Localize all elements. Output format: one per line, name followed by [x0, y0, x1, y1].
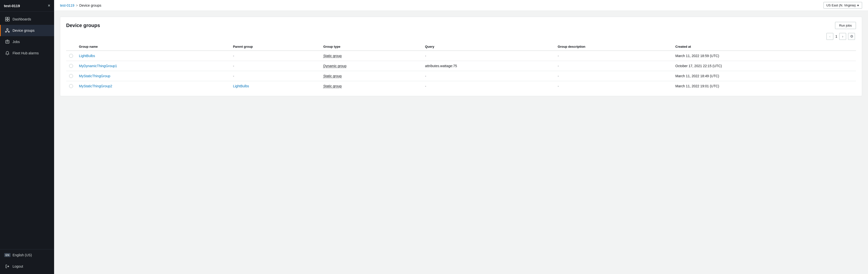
row-select-radio[interactable]: [69, 74, 73, 78]
row-select-radio[interactable]: [69, 64, 73, 68]
region-label: US East (N. Virginia): [826, 3, 856, 7]
region-selector-button[interactable]: US East (N. Virginia) ▼: [824, 2, 862, 9]
settings-icon: ⚙: [850, 34, 853, 39]
content-card: Device groups Run jobs ‹ 1 › ⚙: [60, 17, 862, 96]
device-groups-icon: [5, 28, 10, 33]
group-type-cell: Dynamic group: [323, 64, 346, 68]
query-cell: attributes.wattage:75: [422, 61, 555, 71]
created-at-cell: March 11, 2022 19:01 (UTC): [673, 81, 856, 91]
svg-line-8: [6, 31, 7, 31]
sidebar-bottom: EN English (US) Logout: [0, 249, 54, 274]
pagination-prev-button[interactable]: ‹: [827, 33, 833, 40]
breadcrumb-current: Device groups: [80, 3, 101, 7]
sidebar: test-0119 × Dashboards Device groups: [0, 0, 54, 274]
group-name-link[interactable]: LightBulbs: [79, 54, 95, 58]
parent-group-cell: -: [230, 61, 320, 71]
svg-rect-10: [6, 40, 9, 43]
sidebar-item-dashboards[interactable]: Dashboards: [0, 13, 54, 25]
close-sidebar-button[interactable]: ×: [48, 3, 50, 8]
sidebar-item-label-language: English (US): [12, 253, 32, 257]
sidebar-header: test-0119 ×: [0, 0, 54, 11]
run-jobs-button[interactable]: Run jobs: [835, 22, 856, 29]
sidebar-item-device-groups[interactable]: Device groups: [0, 25, 54, 36]
created-at-cell: March 11, 2022 18:49 (UTC): [673, 71, 856, 81]
sidebar-item-fleet-hub-alarms[interactable]: Fleet Hub alarms: [0, 48, 54, 59]
sidebar-item-label-alarms: Fleet Hub alarms: [12, 51, 39, 55]
page-title: Device groups: [66, 23, 100, 28]
table-settings-button[interactable]: ⚙: [848, 33, 855, 40]
pagination-page-number: 1: [835, 34, 837, 38]
parent-group-link[interactable]: LightBulbs: [233, 84, 249, 88]
created-at-cell: October 17, 2021 22:15 (UTC): [673, 61, 856, 71]
pagination-next-button[interactable]: ›: [839, 33, 846, 40]
col-group-type: Group type: [320, 43, 422, 51]
sidebar-nav: Dashboards Device groups Jobs: [0, 11, 54, 249]
group-name-link[interactable]: MyDynamicThingGroup1: [79, 64, 117, 68]
device-groups-table: Group name Parent group Group type Query…: [66, 43, 856, 91]
sidebar-item-label-device-groups: Device groups: [12, 29, 35, 32]
sidebar-item-label-jobs: Jobs: [12, 40, 20, 44]
group-description-cell: -: [555, 51, 673, 61]
region-arrow-icon: ▼: [857, 4, 859, 7]
col-group-description: Group description: [555, 43, 673, 51]
col-group-name: Group name: [76, 43, 230, 51]
table-row: LightBulbs-Static group--March 11, 2022 …: [66, 51, 856, 61]
sidebar-item-jobs[interactable]: Jobs: [0, 36, 54, 48]
group-description-cell: -: [555, 81, 673, 91]
group-type-cell: Static group: [323, 54, 342, 58]
svg-point-5: [5, 31, 7, 32]
parent-group-cell: -: [230, 71, 320, 81]
language-icon: EN: [5, 252, 10, 258]
language-badge: EN: [4, 253, 10, 257]
main-area: test-0119 > Device groups US East (N. Vi…: [54, 0, 868, 274]
group-description-cell: -: [555, 71, 673, 81]
content-area: Device groups Run jobs ‹ 1 › ⚙: [54, 11, 868, 274]
col-query: Query: [422, 43, 555, 51]
group-name-link[interactable]: MyStaticThingGroup: [79, 74, 111, 78]
sidebar-item-label-dashboards: Dashboards: [12, 17, 31, 21]
table-row: MyDynamicThingGroup1-Dynamic groupattrib…: [66, 61, 856, 71]
breadcrumb: test-0119 > Device groups: [60, 3, 101, 7]
table-row: MyStaticThingGroup-Static group--March 1…: [66, 71, 856, 81]
sidebar-item-logout[interactable]: Logout: [0, 261, 54, 272]
group-type-cell: Static group: [323, 84, 342, 88]
group-description-cell: -: [555, 61, 673, 71]
breadcrumb-link-home[interactable]: test-0119: [60, 3, 74, 7]
sidebar-item-label-logout: Logout: [12, 265, 23, 268]
query-cell: -: [422, 71, 555, 81]
parent-group-cell: -: [230, 51, 320, 61]
col-parent-group: Parent group: [230, 43, 320, 51]
pagination-row: ‹ 1 › ⚙: [66, 33, 856, 40]
row-select-radio[interactable]: [69, 54, 73, 58]
svg-point-4: [7, 29, 8, 30]
row-select-radio[interactable]: [69, 84, 73, 88]
sidebar-item-language[interactable]: EN English (US): [0, 249, 54, 261]
col-select: [66, 43, 76, 51]
topbar: test-0119 > Device groups US East (N. Vi…: [54, 0, 868, 11]
svg-line-9: [7, 31, 9, 31]
next-icon: ›: [842, 34, 843, 38]
card-header: Device groups Run jobs: [66, 22, 856, 29]
prev-icon: ‹: [829, 34, 831, 38]
group-name-link[interactable]: MyStaticThingGroup2: [79, 84, 112, 88]
app-title: test-0119: [4, 4, 20, 8]
svg-point-6: [8, 31, 9, 32]
jobs-icon: [5, 39, 10, 44]
query-cell: -: [422, 51, 555, 61]
svg-rect-2: [5, 20, 7, 21]
alarms-icon: [5, 51, 10, 56]
table-header-row: Group name Parent group Group type Query…: [66, 43, 856, 51]
logout-icon: [5, 264, 10, 269]
svg-rect-3: [8, 20, 9, 21]
created-at-cell: March 11, 2022 18:59 (UTC): [673, 51, 856, 61]
group-type-cell: Static group: [323, 74, 342, 78]
col-created-at: Created at: [673, 43, 856, 51]
dashboard-icon: [5, 17, 10, 22]
breadcrumb-separator: >: [76, 3, 78, 7]
svg-rect-1: [8, 17, 9, 19]
svg-rect-0: [5, 17, 7, 19]
query-cell: -: [422, 81, 555, 91]
table-row: MyStaticThingGroup2LightBulbsStatic grou…: [66, 81, 856, 91]
